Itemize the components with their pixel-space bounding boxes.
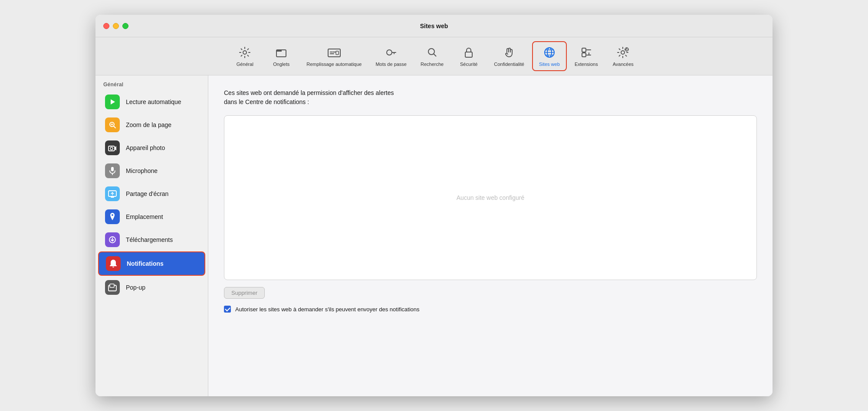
sidebar-item-zoom[interactable]: Zoom de la page (98, 114, 205, 136)
sidebar-item-camera[interactable]: Appareil photo (98, 137, 205, 159)
action-row: Supprimer (224, 287, 757, 299)
sidebar-item-location[interactable]: Emplacement (98, 206, 205, 228)
sidebar-item-screenshare-label: Partage d'écran (126, 190, 168, 197)
svg-point-18 (112, 214, 113, 216)
key-icon (384, 46, 398, 59)
search-icon (425, 46, 439, 59)
window-title: Sites web (420, 23, 448, 29)
titlebar: Sites web (95, 15, 773, 37)
hand-icon (502, 46, 516, 59)
lock-icon (462, 46, 476, 59)
close-button[interactable] (103, 23, 109, 29)
tab-websites[interactable]: Sites web (532, 41, 567, 71)
panel-description: Ces sites web ont demandé la permission … (224, 88, 757, 107)
sidebar-item-camera-label: Appareil photo (126, 144, 165, 151)
svg-rect-16 (111, 167, 114, 171)
tab-advanced[interactable]: Avancées (606, 42, 641, 70)
sidebar-item-popup[interactable]: Pop-up (98, 276, 205, 299)
tab-search[interactable]: Recherche (414, 42, 450, 70)
sidebar-item-microphone-label: Microphone (126, 167, 158, 174)
location-icon (105, 209, 120, 224)
sidebar-item-notifications-label: Notifications (127, 260, 164, 267)
allow-notifications-label: Autoriser les sites web à demander s'ils… (235, 306, 419, 313)
sites-table-empty-text: Aucun site web configuré (457, 194, 524, 201)
main-content: Général Lecture automatique (95, 75, 773, 396)
sidebar: Général Lecture automatique (95, 75, 208, 396)
svg-rect-9 (582, 48, 586, 52)
svg-rect-21 (110, 284, 114, 287)
sidebar-item-autoplay-label: Lecture automatique (126, 98, 181, 105)
tab-security-label: Sécurité (460, 62, 477, 67)
tab-websites-label: Sites web (539, 62, 560, 67)
sidebar-item-zoom-label: Zoom de la page (126, 121, 171, 128)
sidebar-item-notifications[interactable]: Notifications (98, 251, 205, 276)
tab-extensions[interactable]: Extensions (569, 42, 604, 70)
svg-rect-3 (336, 51, 339, 55)
bell-icon (106, 256, 121, 271)
allow-notifications-checkbox[interactable] (224, 306, 231, 313)
screen-icon (105, 186, 120, 201)
play-icon (105, 95, 120, 109)
svg-point-15 (110, 147, 113, 150)
sidebar-item-microphone[interactable]: Microphone (98, 160, 205, 182)
tab-search-label: Recherche (421, 62, 444, 67)
minimize-button[interactable] (113, 23, 119, 29)
sidebar-section-general: Général (95, 75, 208, 90)
svg-rect-6 (465, 52, 472, 57)
right-panel: Ces sites web ont demandé la permission … (208, 75, 773, 396)
tab-passwords[interactable]: Mots de passe (369, 42, 413, 70)
traffic-lights (103, 23, 128, 29)
maximize-button[interactable] (122, 23, 128, 29)
autofill-icon (327, 46, 341, 59)
sites-table: Aucun site web configuré (224, 115, 757, 280)
extensions-icon (579, 46, 593, 59)
tab-autofill-label: Remplissage automatique (306, 62, 362, 67)
tab-tabs-label: Onglets (273, 62, 289, 67)
tabs-icon (274, 46, 288, 59)
svg-point-4 (387, 50, 392, 55)
sidebar-item-autoplay[interactable]: Lecture automatique (98, 91, 205, 113)
tab-general-label: Général (237, 62, 253, 67)
tab-extensions-label: Extensions (575, 62, 598, 67)
toolbar: Général Onglets Remplissag (95, 37, 773, 75)
sidebar-item-screenshare[interactable]: Partage d'écran (98, 183, 205, 205)
mic-icon (105, 163, 120, 178)
svg-rect-10 (582, 53, 586, 57)
delete-button[interactable]: Supprimer (224, 287, 265, 299)
tab-privacy-label: Confidentialité (494, 62, 524, 67)
tab-security[interactable]: Sécurité (451, 42, 486, 70)
sidebar-item-location-label: Emplacement (126, 213, 163, 220)
sidebar-item-downloads[interactable]: Téléchargements (98, 228, 205, 251)
gear-icon (238, 46, 252, 59)
svg-rect-14 (108, 146, 115, 151)
popup-icon (105, 280, 120, 295)
sidebar-item-popup-label: Pop-up (126, 284, 145, 291)
tab-privacy[interactable]: Confidentialité (488, 42, 530, 70)
checkbox-row: Autoriser les sites web à demander s'ils… (224, 306, 757, 313)
tab-general[interactable]: Général (227, 42, 262, 70)
globe-icon (542, 46, 556, 59)
sidebar-item-downloads-label: Téléchargements (126, 236, 173, 243)
tab-passwords-label: Mots de passe (375, 62, 407, 67)
tab-autofill[interactable]: Remplissage automatique (300, 42, 368, 70)
advanced-gear-icon (616, 46, 630, 59)
tab-advanced-label: Avancées (613, 62, 634, 67)
tab-tabs[interactable]: Onglets (264, 42, 299, 70)
camera-icon (105, 140, 120, 155)
svg-point-0 (243, 51, 247, 54)
svg-point-11 (621, 51, 625, 54)
download-icon (105, 232, 120, 247)
zoom-icon (105, 117, 120, 132)
